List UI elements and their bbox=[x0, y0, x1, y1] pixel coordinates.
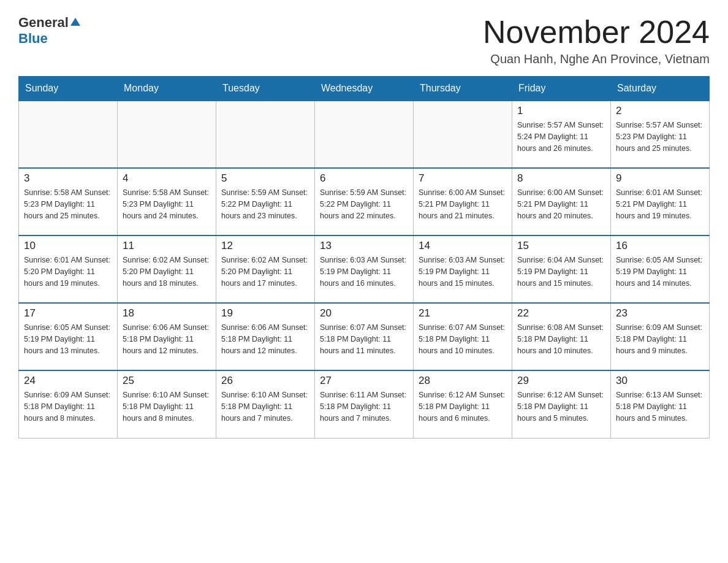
calendar-cell: 26Sunrise: 6:10 AM Sunset: 5:18 PM Dayli… bbox=[216, 370, 315, 438]
day-number: 23 bbox=[616, 307, 704, 320]
day-number: 26 bbox=[221, 375, 309, 387]
calendar-cell: 13Sunrise: 6:03 AM Sunset: 5:19 PM Dayli… bbox=[315, 236, 414, 303]
calendar-day-header: Sunday bbox=[19, 77, 118, 101]
calendar-cell bbox=[315, 101, 414, 168]
calendar-cell: 17Sunrise: 6:05 AM Sunset: 5:19 PM Dayli… bbox=[19, 303, 118, 370]
day-info: Sunrise: 6:08 AM Sunset: 5:18 PM Dayligh… bbox=[517, 322, 605, 356]
calendar-cell: 8Sunrise: 6:00 AM Sunset: 5:21 PM Daylig… bbox=[512, 168, 611, 236]
calendar-cell: 30Sunrise: 6:13 AM Sunset: 5:18 PM Dayli… bbox=[611, 370, 710, 438]
calendar-cell: 24Sunrise: 6:09 AM Sunset: 5:18 PM Dayli… bbox=[19, 370, 118, 438]
calendar-cell: 22Sunrise: 6:08 AM Sunset: 5:18 PM Dayli… bbox=[512, 303, 611, 370]
calendar-cell: 20Sunrise: 6:07 AM Sunset: 5:18 PM Dayli… bbox=[315, 303, 414, 370]
day-number: 19 bbox=[221, 307, 309, 320]
day-info: Sunrise: 6:06 AM Sunset: 5:18 PM Dayligh… bbox=[221, 322, 309, 356]
calendar-cell: 14Sunrise: 6:03 AM Sunset: 5:19 PM Dayli… bbox=[414, 236, 512, 303]
calendar-cell: 19Sunrise: 6:06 AM Sunset: 5:18 PM Dayli… bbox=[216, 303, 315, 370]
logo: General Blue bbox=[18, 15, 80, 47]
day-info: Sunrise: 6:03 AM Sunset: 5:19 PM Dayligh… bbox=[320, 255, 408, 289]
calendar-cell: 23Sunrise: 6:09 AM Sunset: 5:18 PM Dayli… bbox=[611, 303, 710, 370]
day-number: 13 bbox=[320, 240, 408, 252]
day-info: Sunrise: 5:57 AM Sunset: 5:24 PM Dayligh… bbox=[517, 120, 605, 154]
day-number: 3 bbox=[24, 172, 112, 185]
week-row: 24Sunrise: 6:09 AM Sunset: 5:18 PM Dayli… bbox=[19, 370, 710, 438]
day-info: Sunrise: 5:59 AM Sunset: 5:22 PM Dayligh… bbox=[221, 187, 309, 221]
day-number: 6 bbox=[320, 172, 408, 185]
day-info: Sunrise: 6:10 AM Sunset: 5:18 PM Dayligh… bbox=[221, 389, 309, 424]
day-info: Sunrise: 6:01 AM Sunset: 5:20 PM Dayligh… bbox=[24, 255, 112, 289]
day-number: 15 bbox=[517, 240, 605, 252]
calendar-day-header: Thursday bbox=[414, 77, 512, 101]
day-info: Sunrise: 6:10 AM Sunset: 5:18 PM Dayligh… bbox=[123, 389, 211, 424]
calendar-cell: 10Sunrise: 6:01 AM Sunset: 5:20 PM Dayli… bbox=[19, 236, 118, 303]
day-number: 16 bbox=[616, 240, 704, 252]
day-info: Sunrise: 6:00 AM Sunset: 5:21 PM Dayligh… bbox=[419, 187, 507, 221]
calendar-cell: 4Sunrise: 5:58 AM Sunset: 5:23 PM Daylig… bbox=[118, 168, 216, 236]
day-info: Sunrise: 6:03 AM Sunset: 5:19 PM Dayligh… bbox=[419, 255, 507, 289]
calendar-day-header: Wednesday bbox=[315, 77, 414, 101]
calendar-table: SundayMondayTuesdayWednesdayThursdayFrid… bbox=[18, 76, 710, 439]
week-row: 1Sunrise: 5:57 AM Sunset: 5:24 PM Daylig… bbox=[19, 101, 710, 168]
day-number: 1 bbox=[517, 105, 605, 117]
day-number: 8 bbox=[517, 172, 605, 185]
day-info: Sunrise: 6:09 AM Sunset: 5:18 PM Dayligh… bbox=[24, 389, 112, 424]
calendar-cell: 2Sunrise: 5:57 AM Sunset: 5:23 PM Daylig… bbox=[611, 101, 710, 168]
day-number: 2 bbox=[616, 105, 704, 117]
day-info: Sunrise: 6:01 AM Sunset: 5:21 PM Dayligh… bbox=[616, 187, 704, 221]
day-number: 14 bbox=[419, 240, 507, 252]
calendar-cell: 29Sunrise: 6:12 AM Sunset: 5:18 PM Dayli… bbox=[512, 370, 611, 438]
day-number: 12 bbox=[221, 240, 309, 252]
page-header: General Blue November 2024 Quan Hanh, Ng… bbox=[18, 15, 710, 66]
day-info: Sunrise: 6:11 AM Sunset: 5:18 PM Dayligh… bbox=[320, 389, 408, 424]
day-info: Sunrise: 5:58 AM Sunset: 5:23 PM Dayligh… bbox=[24, 187, 112, 221]
day-info: Sunrise: 6:06 AM Sunset: 5:18 PM Dayligh… bbox=[123, 322, 211, 356]
calendar-cell: 7Sunrise: 6:00 AM Sunset: 5:21 PM Daylig… bbox=[414, 168, 512, 236]
calendar-cell: 1Sunrise: 5:57 AM Sunset: 5:24 PM Daylig… bbox=[512, 101, 611, 168]
day-number: 20 bbox=[320, 307, 408, 320]
day-number: 4 bbox=[123, 172, 211, 185]
day-number: 10 bbox=[24, 240, 112, 252]
day-number: 9 bbox=[616, 172, 704, 185]
calendar-cell: 12Sunrise: 6:02 AM Sunset: 5:20 PM Dayli… bbox=[216, 236, 315, 303]
week-row: 3Sunrise: 5:58 AM Sunset: 5:23 PM Daylig… bbox=[19, 168, 710, 236]
calendar-cell: 6Sunrise: 5:59 AM Sunset: 5:22 PM Daylig… bbox=[315, 168, 414, 236]
day-info: Sunrise: 5:57 AM Sunset: 5:23 PM Dayligh… bbox=[616, 120, 704, 154]
calendar-day-header: Monday bbox=[118, 77, 216, 101]
day-number: 22 bbox=[517, 307, 605, 320]
calendar-cell: 21Sunrise: 6:07 AM Sunset: 5:18 PM Dayli… bbox=[414, 303, 512, 370]
day-number: 5 bbox=[221, 172, 309, 185]
day-info: Sunrise: 6:09 AM Sunset: 5:18 PM Dayligh… bbox=[616, 322, 704, 356]
day-number: 18 bbox=[123, 307, 211, 320]
day-info: Sunrise: 5:59 AM Sunset: 5:22 PM Dayligh… bbox=[320, 187, 408, 221]
day-info: Sunrise: 6:02 AM Sunset: 5:20 PM Dayligh… bbox=[123, 255, 211, 289]
calendar-cell: 5Sunrise: 5:59 AM Sunset: 5:22 PM Daylig… bbox=[216, 168, 315, 236]
calendar-cell: 25Sunrise: 6:10 AM Sunset: 5:18 PM Dayli… bbox=[118, 370, 216, 438]
day-info: Sunrise: 6:02 AM Sunset: 5:20 PM Dayligh… bbox=[221, 255, 309, 289]
day-number: 25 bbox=[123, 375, 211, 387]
day-info: Sunrise: 6:07 AM Sunset: 5:18 PM Dayligh… bbox=[419, 322, 507, 356]
week-row: 17Sunrise: 6:05 AM Sunset: 5:19 PM Dayli… bbox=[19, 303, 710, 370]
day-info: Sunrise: 6:05 AM Sunset: 5:19 PM Dayligh… bbox=[24, 322, 112, 356]
day-number: 28 bbox=[419, 375, 507, 387]
day-number: 11 bbox=[123, 240, 211, 252]
day-number: 30 bbox=[616, 375, 704, 387]
day-info: Sunrise: 6:12 AM Sunset: 5:18 PM Dayligh… bbox=[419, 389, 507, 424]
month-title: November 2024 bbox=[483, 15, 710, 50]
calendar-cell bbox=[118, 101, 216, 168]
week-row: 10Sunrise: 6:01 AM Sunset: 5:20 PM Dayli… bbox=[19, 236, 710, 303]
day-info: Sunrise: 6:05 AM Sunset: 5:19 PM Dayligh… bbox=[616, 255, 704, 289]
calendar-cell: 27Sunrise: 6:11 AM Sunset: 5:18 PM Dayli… bbox=[315, 370, 414, 438]
calendar-cell: 18Sunrise: 6:06 AM Sunset: 5:18 PM Dayli… bbox=[118, 303, 216, 370]
day-number: 7 bbox=[419, 172, 507, 185]
calendar-cell: 9Sunrise: 6:01 AM Sunset: 5:21 PM Daylig… bbox=[611, 168, 710, 236]
day-info: Sunrise: 6:12 AM Sunset: 5:18 PM Dayligh… bbox=[517, 389, 605, 424]
day-number: 17 bbox=[24, 307, 112, 320]
title-block: November 2024 Quan Hanh, Nghe An Provinc… bbox=[483, 15, 710, 66]
calendar-day-header: Tuesday bbox=[216, 77, 315, 101]
logo-general-text: General bbox=[18, 15, 80, 31]
calendar-cell: 11Sunrise: 6:02 AM Sunset: 5:20 PM Dayli… bbox=[118, 236, 216, 303]
calendar-cell bbox=[414, 101, 512, 168]
location-subtitle: Quan Hanh, Nghe An Province, Vietnam bbox=[483, 52, 710, 66]
calendar-cell: 16Sunrise: 6:05 AM Sunset: 5:19 PM Dayli… bbox=[611, 236, 710, 303]
calendar-cell: 28Sunrise: 6:12 AM Sunset: 5:18 PM Dayli… bbox=[414, 370, 512, 438]
calendar-day-header: Friday bbox=[512, 77, 611, 101]
